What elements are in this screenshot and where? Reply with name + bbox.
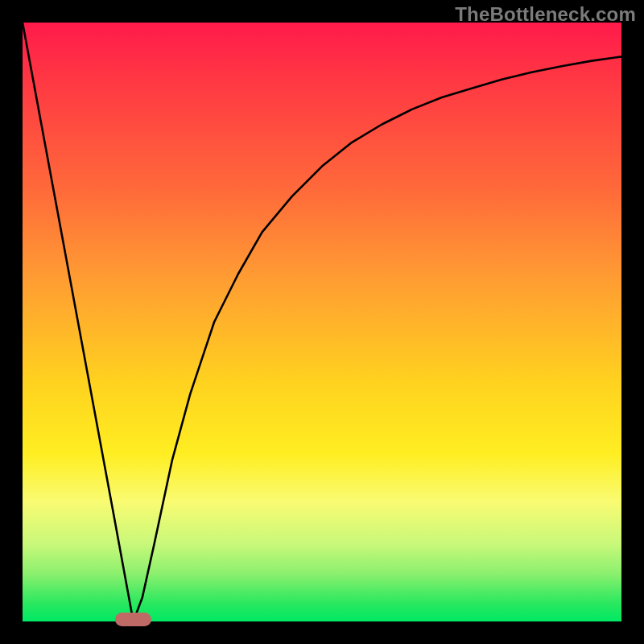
bottleneck-curve [23, 23, 621, 621]
chart-plot-area [23, 23, 621, 621]
chart-frame: TheBottleneck.com [0, 0, 644, 644]
watermark-text: TheBottleneck.com [455, 3, 636, 26]
curve-path [23, 23, 621, 621]
optimum-marker [115, 613, 151, 626]
